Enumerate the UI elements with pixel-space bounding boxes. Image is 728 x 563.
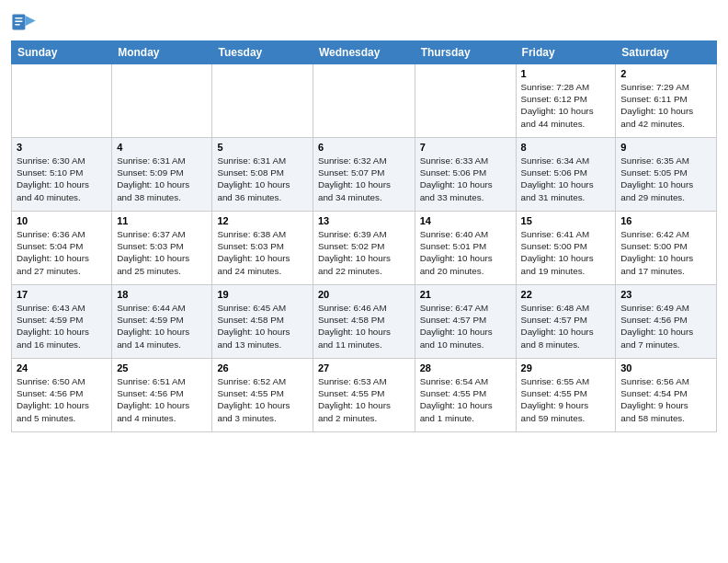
calendar-cell: 19Sunrise: 6:45 AM Sunset: 4:58 PM Dayli… — [212, 285, 313, 359]
day-info: Sunrise: 6:45 AM Sunset: 4:58 PM Dayligh… — [217, 302, 307, 350]
calendar-week-row: 17Sunrise: 6:43 AM Sunset: 4:59 PM Dayli… — [12, 285, 717, 359]
day-info: Sunrise: 6:34 AM Sunset: 5:06 PM Dayligh… — [521, 155, 611, 203]
day-info: Sunrise: 6:52 AM Sunset: 4:55 PM Dayligh… — [217, 375, 307, 424]
day-number: 5 — [217, 142, 307, 153]
calendar-cell — [112, 64, 212, 138]
calendar-cell: 7Sunrise: 6:33 AM Sunset: 5:06 PM Daylig… — [415, 138, 516, 212]
calendar-week-row: 3Sunrise: 6:30 AM Sunset: 5:10 PM Daylig… — [12, 138, 717, 212]
day-number: 24 — [17, 362, 107, 373]
day-info: Sunrise: 6:41 AM Sunset: 5:00 PM Dayligh… — [521, 228, 611, 277]
calendar-week-row: 10Sunrise: 6:36 AM Sunset: 5:04 PM Dayli… — [12, 212, 717, 285]
calendar-cell: 17Sunrise: 6:43 AM Sunset: 4:59 PM Dayli… — [12, 285, 112, 359]
calendar-week-row: 24Sunrise: 6:50 AM Sunset: 4:56 PM Dayli… — [12, 359, 717, 432]
svg-rect-4 — [15, 24, 20, 25]
day-number: 2 — [620, 68, 711, 79]
calendar-week-row: 1Sunrise: 7:28 AM Sunset: 6:12 PM Daylig… — [12, 64, 717, 138]
calendar-cell: 29Sunrise: 6:55 AM Sunset: 4:55 PM Dayli… — [516, 359, 616, 432]
calendar-cell — [212, 64, 313, 138]
day-number: 30 — [620, 362, 711, 373]
day-number: 27 — [318, 362, 410, 373]
header — [11, 9, 717, 35]
calendar-cell: 28Sunrise: 6:54 AM Sunset: 4:55 PM Dayli… — [415, 359, 516, 432]
day-info: Sunrise: 6:33 AM Sunset: 5:06 PM Dayligh… — [420, 155, 511, 203]
calendar-cell: 20Sunrise: 6:46 AM Sunset: 4:58 PM Dayli… — [313, 285, 415, 359]
calendar-header-row: SundayMondayTuesdayWednesdayThursdayFrid… — [12, 41, 717, 64]
day-info: Sunrise: 6:50 AM Sunset: 4:56 PM Dayligh… — [17, 375, 107, 424]
day-number: 12 — [217, 215, 307, 226]
day-info: Sunrise: 6:36 AM Sunset: 5:04 PM Dayligh… — [17, 228, 107, 277]
calendar-cell: 5Sunrise: 6:31 AM Sunset: 5:08 PM Daylig… — [212, 138, 313, 212]
day-info: Sunrise: 6:39 AM Sunset: 5:02 PM Dayligh… — [318, 228, 410, 277]
day-number: 3 — [17, 142, 107, 153]
day-info: Sunrise: 6:47 AM Sunset: 4:57 PM Dayligh… — [420, 302, 511, 350]
day-number: 6 — [318, 142, 410, 153]
day-number: 14 — [420, 215, 511, 226]
day-number: 4 — [117, 142, 207, 153]
day-info: Sunrise: 6:54 AM Sunset: 4:55 PM Dayligh… — [420, 375, 511, 424]
calendar-cell — [313, 64, 415, 138]
calendar-cell: 1Sunrise: 7:28 AM Sunset: 6:12 PM Daylig… — [516, 64, 616, 138]
day-number: 18 — [117, 289, 207, 300]
logo — [11, 9, 40, 35]
calendar-cell: 30Sunrise: 6:56 AM Sunset: 4:54 PM Dayli… — [616, 359, 717, 432]
day-info: Sunrise: 7:28 AM Sunset: 6:12 PM Dayligh… — [521, 81, 611, 130]
weekday-header: Thursday — [415, 41, 516, 64]
logo-icon — [11, 9, 37, 35]
calendar-cell: 9Sunrise: 6:35 AM Sunset: 5:05 PM Daylig… — [616, 138, 717, 212]
calendar-cell: 4Sunrise: 6:31 AM Sunset: 5:09 PM Daylig… — [112, 138, 212, 212]
day-info: Sunrise: 6:32 AM Sunset: 5:07 PM Dayligh… — [318, 155, 410, 203]
day-info: Sunrise: 6:31 AM Sunset: 5:08 PM Dayligh… — [217, 155, 307, 203]
day-number: 9 — [620, 142, 711, 153]
day-number: 22 — [521, 289, 611, 300]
day-number: 28 — [420, 362, 511, 373]
calendar-table: SundayMondayTuesdayWednesdayThursdayFrid… — [11, 40, 717, 432]
day-info: Sunrise: 6:35 AM Sunset: 5:05 PM Dayligh… — [620, 155, 711, 203]
weekday-header: Sunday — [12, 41, 112, 64]
calendar-cell: 10Sunrise: 6:36 AM Sunset: 5:04 PM Dayli… — [12, 212, 112, 285]
day-info: Sunrise: 6:51 AM Sunset: 4:56 PM Dayligh… — [117, 375, 207, 424]
day-number: 11 — [117, 215, 207, 226]
calendar-cell: 11Sunrise: 6:37 AM Sunset: 5:03 PM Dayli… — [112, 212, 212, 285]
calendar-cell: 23Sunrise: 6:49 AM Sunset: 4:56 PM Dayli… — [616, 285, 717, 359]
weekday-header: Monday — [112, 41, 212, 64]
weekday-header: Wednesday — [313, 41, 415, 64]
calendar-cell: 15Sunrise: 6:41 AM Sunset: 5:00 PM Dayli… — [516, 212, 616, 285]
day-number: 1 — [521, 68, 611, 79]
day-info: Sunrise: 6:38 AM Sunset: 5:03 PM Dayligh… — [217, 228, 307, 277]
calendar-cell: 18Sunrise: 6:44 AM Sunset: 4:59 PM Dayli… — [112, 285, 212, 359]
day-info: Sunrise: 6:46 AM Sunset: 4:58 PM Dayligh… — [318, 302, 410, 350]
weekday-header: Saturday — [616, 41, 717, 64]
calendar-cell: 14Sunrise: 6:40 AM Sunset: 5:01 PM Dayli… — [415, 212, 516, 285]
day-info: Sunrise: 6:43 AM Sunset: 4:59 PM Dayligh… — [17, 302, 107, 350]
day-number: 19 — [217, 289, 307, 300]
calendar-cell: 3Sunrise: 6:30 AM Sunset: 5:10 PM Daylig… — [12, 138, 112, 212]
weekday-header: Friday — [516, 41, 616, 64]
calendar-cell: 6Sunrise: 6:32 AM Sunset: 5:07 PM Daylig… — [313, 138, 415, 212]
day-number: 23 — [620, 289, 711, 300]
page-container: SundayMondayTuesdayWednesdayThursdayFrid… — [0, 0, 728, 442]
day-number: 25 — [117, 362, 207, 373]
svg-rect-2 — [15, 17, 22, 18]
day-info: Sunrise: 6:53 AM Sunset: 4:55 PM Dayligh… — [318, 375, 410, 424]
day-info: Sunrise: 6:42 AM Sunset: 5:00 PM Dayligh… — [620, 228, 711, 277]
calendar-cell: 21Sunrise: 6:47 AM Sunset: 4:57 PM Dayli… — [415, 285, 516, 359]
calendar-cell: 25Sunrise: 6:51 AM Sunset: 4:56 PM Dayli… — [112, 359, 212, 432]
day-number: 8 — [521, 142, 611, 153]
day-number: 10 — [17, 215, 107, 226]
calendar-cell: 16Sunrise: 6:42 AM Sunset: 5:00 PM Dayli… — [616, 212, 717, 285]
day-number: 7 — [420, 142, 511, 153]
day-info: Sunrise: 6:44 AM Sunset: 4:59 PM Dayligh… — [117, 302, 207, 350]
day-info: Sunrise: 6:55 AM Sunset: 4:55 PM Dayligh… — [521, 375, 611, 424]
day-info: Sunrise: 7:29 AM Sunset: 6:11 PM Dayligh… — [620, 81, 711, 130]
day-number: 21 — [420, 289, 511, 300]
day-number: 13 — [318, 215, 410, 226]
day-info: Sunrise: 6:56 AM Sunset: 4:54 PM Dayligh… — [620, 375, 711, 424]
calendar-cell: 26Sunrise: 6:52 AM Sunset: 4:55 PM Dayli… — [212, 359, 313, 432]
day-info: Sunrise: 6:49 AM Sunset: 4:56 PM Dayligh… — [620, 302, 711, 350]
calendar-cell: 12Sunrise: 6:38 AM Sunset: 5:03 PM Dayli… — [212, 212, 313, 285]
day-info: Sunrise: 6:40 AM Sunset: 5:01 PM Dayligh… — [420, 228, 511, 277]
calendar-cell: 24Sunrise: 6:50 AM Sunset: 4:56 PM Dayli… — [12, 359, 112, 432]
calendar-cell: 2Sunrise: 7:29 AM Sunset: 6:11 PM Daylig… — [616, 64, 717, 138]
day-number: 20 — [318, 289, 410, 300]
day-info: Sunrise: 6:31 AM Sunset: 5:09 PM Dayligh… — [117, 155, 207, 203]
